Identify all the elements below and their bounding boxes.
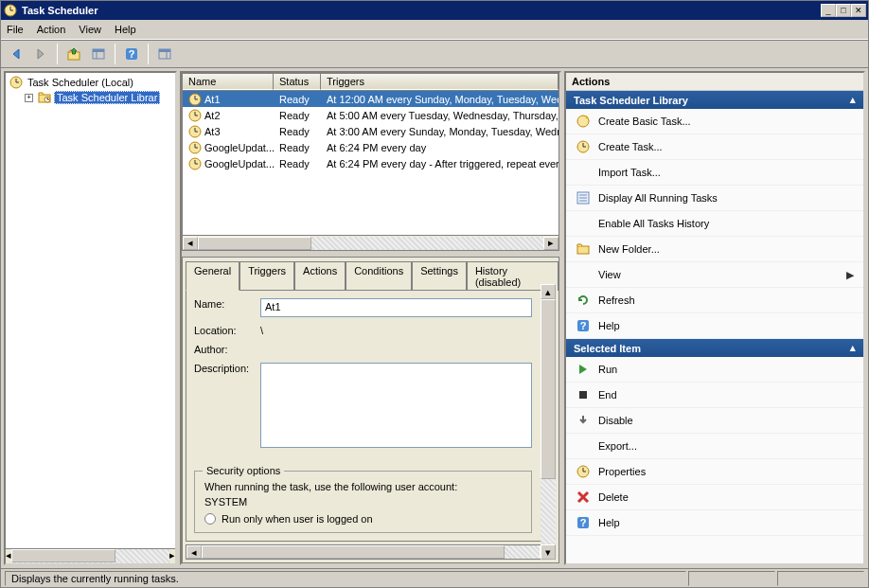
tab-triggers[interactable]: Triggers xyxy=(239,261,294,291)
play-icon xyxy=(576,362,591,377)
column-name[interactable]: Name xyxy=(183,74,274,90)
tree-library[interactable]: + Task Scheduler Librar xyxy=(23,90,173,105)
task-row[interactable]: GoogleUpdat...ReadyAt 6:24 PM every day xyxy=(183,139,559,155)
app-icon xyxy=(3,3,18,18)
library-actions: Create Basic Task... Create Task... Impo… xyxy=(566,109,863,339)
action-refresh[interactable]: Refresh xyxy=(566,288,863,313)
help-icon: ? xyxy=(576,515,591,530)
detail-vscrollbar[interactable]: ▴ ▾ xyxy=(541,284,556,560)
description-field[interactable] xyxy=(260,363,532,448)
task-triggers: At 6:24 PM every day - After triggered, … xyxy=(327,158,559,169)
close-button[interactable]: ✕ xyxy=(851,4,866,17)
minimize-button[interactable]: _ xyxy=(821,4,836,17)
blank-icon xyxy=(576,165,591,180)
action-export-label: Export... xyxy=(598,440,637,452)
expand-icon[interactable]: + xyxy=(25,94,33,102)
column-triggers[interactable]: Triggers xyxy=(321,74,559,90)
run-only-logged-on-radio[interactable]: Run only when user is logged on xyxy=(204,513,522,525)
column-status[interactable]: Status xyxy=(274,74,321,90)
menu-file[interactable]: File xyxy=(7,24,24,35)
action-end[interactable]: End xyxy=(566,383,863,408)
svg-rect-5 xyxy=(93,49,104,52)
action-run[interactable]: Run xyxy=(566,357,863,383)
action-enable-history[interactable]: Enable All Tasks History xyxy=(566,211,863,237)
radio-icon xyxy=(204,513,216,525)
task-list-body: At1ReadyAt 12:00 AM every Sunday, Monday… xyxy=(183,91,559,235)
detail-hscrollbar[interactable]: ◂ ▸ xyxy=(186,544,556,560)
tree-root-label: Task Scheduler (Local) xyxy=(26,77,135,88)
menu-action[interactable]: Action xyxy=(37,24,66,35)
chevron-right-icon: ▶ xyxy=(846,269,854,281)
tab-conditions[interactable]: Conditions xyxy=(346,261,412,291)
section-selected-title: Selected Item xyxy=(574,343,641,354)
menu-help[interactable]: Help xyxy=(115,24,136,35)
task-row[interactable]: GoogleUpdat...ReadyAt 6:24 PM every day … xyxy=(183,155,559,171)
show-hide-tree-button[interactable] xyxy=(87,43,110,65)
up-button[interactable] xyxy=(62,43,85,65)
console-tree: Task Scheduler (Local) + Task Scheduler … xyxy=(4,71,177,565)
security-account-value: SYSTEM xyxy=(204,496,522,508)
task-status: Ready xyxy=(279,158,310,169)
action-import-task-label: Import Task... xyxy=(598,167,661,178)
action-new-folder[interactable]: New Folder... xyxy=(566,237,863,262)
location-label: Location: xyxy=(194,325,260,336)
action-help-2[interactable]: ? Help xyxy=(566,510,863,536)
status-cell-1 xyxy=(688,571,775,586)
action-view[interactable]: View ▶ xyxy=(566,262,863,288)
task-scheduler-window: Task Scheduler _ □ ✕ File Action View He… xyxy=(0,0,869,588)
task-name: At1 xyxy=(204,94,221,105)
action-refresh-label: Refresh xyxy=(598,294,635,306)
tree-root[interactable]: Task Scheduler (Local) xyxy=(8,75,173,90)
section-library-header[interactable]: Task Scheduler Library ▴ xyxy=(566,91,863,109)
section-selected-header[interactable]: Selected Item ▴ xyxy=(566,339,863,357)
task-status: Ready xyxy=(279,126,310,137)
action-disable[interactable]: Disable xyxy=(566,408,863,434)
back-button[interactable] xyxy=(5,43,27,65)
menubar: File Action View Help xyxy=(1,20,868,40)
action-export[interactable]: Export... xyxy=(566,434,863,459)
menu-view[interactable]: View xyxy=(79,24,101,35)
name-label: Name: xyxy=(194,298,260,310)
titlebar-buttons: _ □ ✕ xyxy=(821,4,866,17)
help-button[interactable]: ? xyxy=(120,43,143,65)
blank-icon xyxy=(576,438,591,454)
task-list-scrollbar[interactable]: ◂ ▸ xyxy=(183,235,559,250)
tab-settings[interactable]: Settings xyxy=(412,261,467,291)
action-end-label: End xyxy=(598,389,617,401)
action-create-basic[interactable]: Create Basic Task... xyxy=(566,109,863,134)
task-list-header: Name Status Triggers xyxy=(183,74,559,91)
task-row[interactable]: At3ReadyAt 3:00 AM every Sunday, Monday,… xyxy=(183,123,559,139)
svg-rect-45 xyxy=(579,391,587,399)
titlebar: Task Scheduler _ □ ✕ xyxy=(1,1,868,20)
task-name: GoogleUpdat... xyxy=(204,158,274,169)
action-display-running[interactable]: Display All Running Tasks xyxy=(566,186,863,211)
disable-icon xyxy=(576,413,591,428)
task-triggers: At 6:24 PM every day xyxy=(327,142,426,153)
action-create-basic-label: Create Basic Task... xyxy=(598,116,691,127)
action-delete[interactable]: Delete xyxy=(566,485,863,510)
forward-button[interactable] xyxy=(29,43,52,65)
help-icon: ? xyxy=(576,318,591,333)
tab-actions[interactable]: Actions xyxy=(294,261,346,291)
center-pane: Name Status Triggers At1ReadyAt 12:00 AM… xyxy=(180,71,561,565)
action-help[interactable]: ? Help xyxy=(566,313,863,339)
tab-general[interactable]: General xyxy=(186,261,239,291)
task-triggers: At 12:00 AM every Sunday, Monday, Tuesda… xyxy=(327,94,559,105)
action-import-task[interactable]: Import Task... xyxy=(566,160,863,186)
maximize-button[interactable]: □ xyxy=(836,4,851,17)
blank-icon xyxy=(576,267,591,282)
action-view-label: View xyxy=(598,269,621,280)
task-name-field[interactable]: At1 xyxy=(260,298,532,317)
action-properties[interactable]: Properties xyxy=(566,459,863,485)
main-area: Task Scheduler (Local) + Task Scheduler … xyxy=(1,68,868,568)
svg-rect-10 xyxy=(159,49,170,52)
show-hide-action-pane-button[interactable] xyxy=(153,43,176,65)
action-delete-label: Delete xyxy=(598,491,629,503)
action-enable-history-label: Enable All Tasks History xyxy=(598,218,709,229)
task-row[interactable]: At2ReadyAt 5:00 AM every Tuesday, Wednes… xyxy=(183,107,559,123)
clock-icon xyxy=(188,141,202,154)
clock-icon xyxy=(576,139,591,154)
task-row[interactable]: At1ReadyAt 12:00 AM every Sunday, Monday… xyxy=(183,91,559,107)
tree-scrollbar[interactable]: ◂ ▸ xyxy=(6,548,175,563)
action-create-task[interactable]: Create Task... xyxy=(566,134,863,160)
